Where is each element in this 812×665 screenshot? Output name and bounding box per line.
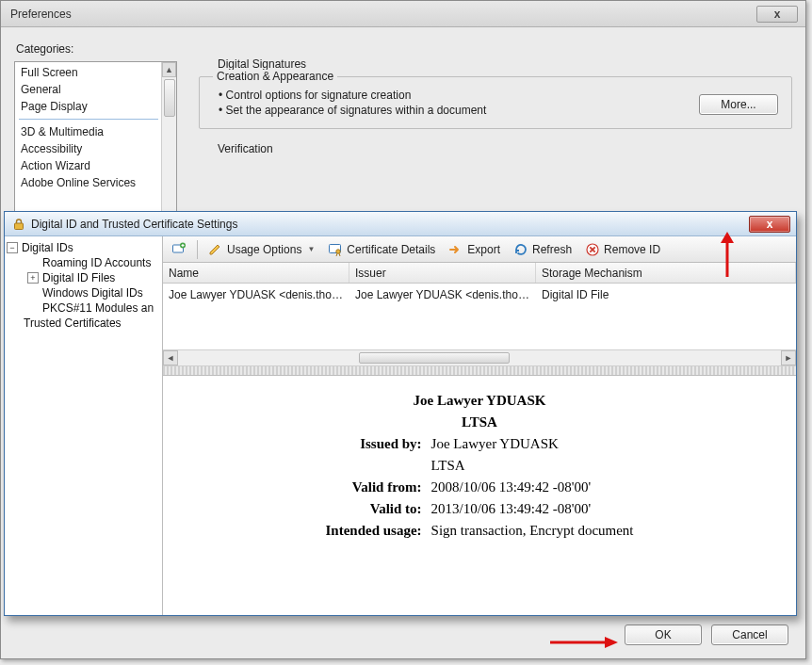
digital-id-close-button[interactable]: x xyxy=(749,216,790,233)
remove-id-button[interactable]: Remove ID xyxy=(582,240,663,259)
toolbar-label: Usage Options xyxy=(227,243,301,256)
detail-usage-label: Intended usage: xyxy=(321,521,425,541)
toolbar: Usage Options ▼ Certificate Details Expo… xyxy=(163,236,796,263)
preferences-title: Preferences xyxy=(10,8,72,21)
column-header-issuer[interactable]: Issuer xyxy=(349,263,536,283)
tree-expand-icon[interactable]: + xyxy=(27,272,39,284)
tree-node-pkcs11[interactable]: PKCS#11 Modules an xyxy=(5,300,162,316)
detail-issuedby-label: Issued by: xyxy=(321,434,425,454)
section-title-verification: Verification xyxy=(218,142,792,155)
digital-id-title: Digital ID and Trusted Certificate Setti… xyxy=(31,218,237,231)
table-row[interactable]: Joe Lawyer YDUASK <denis.thoma... Joe La… xyxy=(163,284,796,306)
category-item[interactable]: Adobe Online Services xyxy=(19,174,158,191)
category-separator xyxy=(19,119,158,120)
column-header-name[interactable]: Name xyxy=(163,263,349,283)
refresh-button[interactable]: Refresh xyxy=(511,240,575,259)
preferences-right-area: Digital Signatures Creation & Appearance… xyxy=(199,56,792,161)
cell-storage: Digital ID File xyxy=(536,286,796,303)
certificate-details-button[interactable]: Certificate Details xyxy=(325,240,438,259)
export-button[interactable]: Export xyxy=(446,240,503,259)
toolbar-label: Certificate Details xyxy=(347,243,435,256)
toolbar-label: Export xyxy=(467,243,500,256)
cell-issuer: Joe Lawyer YDUASK <denis.thom... xyxy=(349,286,536,303)
ok-button[interactable]: OK xyxy=(625,624,702,645)
scroll-up-arrow[interactable]: ▲ xyxy=(162,62,176,77)
column-header-storage[interactable]: Storage Mechanism xyxy=(536,263,796,283)
svg-marker-9 xyxy=(605,637,618,648)
toolbar-label: Remove ID xyxy=(604,243,660,256)
close-icon: x xyxy=(767,218,773,231)
detail-issuedby-org: LTSA xyxy=(428,456,638,476)
tree-node-trusted[interactable]: Trusted Certificates xyxy=(5,316,162,331)
svg-point-4 xyxy=(336,249,340,252)
add-id-icon xyxy=(171,242,187,257)
detail-name: Joe Lawyer YDUASK xyxy=(321,391,637,411)
categories-label: Categories: xyxy=(16,42,792,56)
svg-rect-0 xyxy=(15,223,24,230)
usage-options-button[interactable]: Usage Options ▼ xyxy=(205,240,317,259)
splitter-gripper[interactable] xyxy=(163,366,796,376)
tree-label: Digital IDs xyxy=(22,241,73,254)
tree-node-files[interactable]: +Digital ID Files xyxy=(5,270,162,285)
preferences-close-button[interactable]: x xyxy=(756,6,798,23)
category-item[interactable]: Page Display xyxy=(19,98,158,115)
creation-appearance-group: Creation & Appearance • Control options … xyxy=(199,76,792,129)
close-icon: x xyxy=(774,8,781,21)
detail-org: LTSA xyxy=(321,413,637,432)
pencil-icon xyxy=(208,242,223,257)
preferences-titlebar: Preferences x xyxy=(1,1,805,27)
tree-node-digital-ids[interactable]: − Digital IDs xyxy=(5,240,162,255)
digital-id-titlebar: Digital ID and Trusted Certificate Setti… xyxy=(5,212,796,236)
digital-id-settings-window: Digital ID and Trusted Certificate Setti… xyxy=(4,211,797,616)
export-icon xyxy=(448,242,463,257)
tree-pane: − Digital IDs Roaming ID Accounts +Digit… xyxy=(5,236,163,615)
group-bullet: • Set the appearance of signatures withi… xyxy=(219,104,780,117)
cancel-button[interactable]: Cancel xyxy=(711,624,788,645)
certificate-detail-pane: Joe Lawyer YDUASK LTSA Issued by:Joe Law… xyxy=(163,376,796,615)
group-label: Creation & Appearance xyxy=(213,70,337,83)
scroll-thumb[interactable] xyxy=(164,79,175,117)
tree-label: Trusted Certificates xyxy=(24,316,122,330)
annotation-arrow xyxy=(546,633,622,652)
preferences-footer: OK Cancel xyxy=(625,624,788,645)
tree-label: PKCS#11 Modules an xyxy=(42,301,154,315)
chevron-down-icon: ▼ xyxy=(307,245,315,253)
scroll-right-arrow[interactable]: ► xyxy=(781,350,796,365)
category-item[interactable]: 3D & Multimedia xyxy=(19,123,158,140)
lock-icon xyxy=(12,218,25,231)
refresh-icon xyxy=(513,242,528,257)
group-bullet: • Control options for signature creation xyxy=(219,89,780,102)
scroll-thumb[interactable] xyxy=(359,352,510,364)
content-pane: Usage Options ▼ Certificate Details Expo… xyxy=(163,236,796,615)
detail-validto-label: Valid to: xyxy=(321,499,425,519)
detail-issuedby-value: Joe Lawyer YDUASK xyxy=(428,434,638,454)
tree-label: Windows Digital IDs xyxy=(42,286,143,300)
certificate-icon xyxy=(328,242,343,257)
tree-node-windows[interactable]: Windows Digital IDs xyxy=(5,285,162,300)
category-item[interactable]: Accessibility xyxy=(19,140,158,157)
category-item[interactable]: Action Wizard xyxy=(19,157,158,174)
horizontal-scrollbar[interactable]: ◄ ► xyxy=(163,349,796,366)
scroll-left-arrow[interactable]: ◄ xyxy=(163,350,178,365)
annotation-arrow xyxy=(714,230,740,283)
grid-header: Name Issuer Storage Mechanism xyxy=(163,263,796,284)
cell-name: Joe Lawyer YDUASK <denis.thoma... xyxy=(163,286,349,303)
category-item[interactable]: General xyxy=(19,81,158,98)
remove-icon xyxy=(585,242,600,257)
detail-usage-value: Sign transaction, Encrypt document xyxy=(428,521,638,541)
svg-marker-7 xyxy=(721,232,734,243)
category-item[interactable]: Full Screen xyxy=(19,64,158,81)
grid-body: Joe Lawyer YDUASK <denis.thoma... Joe La… xyxy=(163,284,796,349)
detail-validfrom-value: 2008/10/06 13:49:42 -08'00' xyxy=(428,478,638,497)
tree-label: Roaming ID Accounts xyxy=(42,256,151,269)
tree-label: Digital ID Files xyxy=(42,271,115,284)
detail-validto-value: 2013/10/06 13:49:42 -08'00' xyxy=(428,499,638,519)
detail-validfrom-label: Valid from: xyxy=(321,478,425,497)
toolbar-label: Refresh xyxy=(532,243,572,256)
tree-node-roaming[interactable]: Roaming ID Accounts xyxy=(5,255,162,270)
add-id-button[interactable] xyxy=(169,240,189,259)
more-button[interactable]: More... xyxy=(699,94,778,115)
section-title-digital-signatures: Digital Signatures xyxy=(218,57,792,71)
tree-collapse-icon[interactable]: − xyxy=(7,242,18,253)
